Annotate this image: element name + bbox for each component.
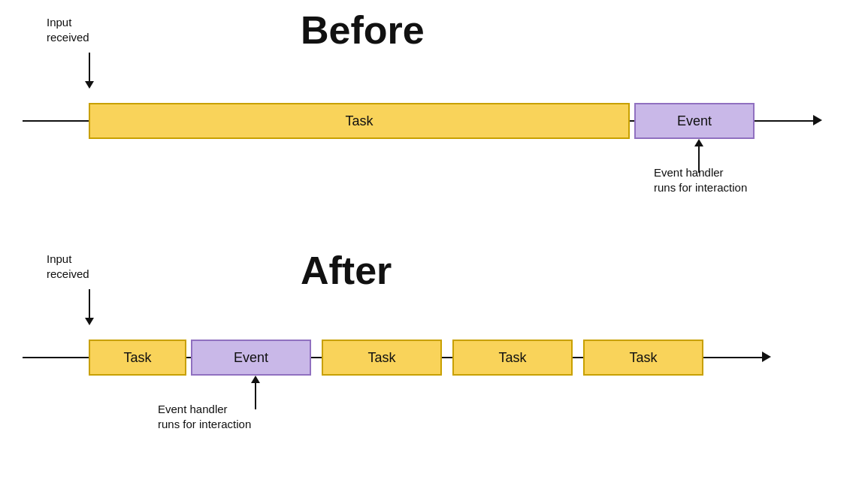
diagram-container: Before Input received Task Event Event h… bbox=[0, 0, 868, 486]
after-timeline-right bbox=[703, 357, 764, 358]
after-input-label: Input received bbox=[47, 252, 89, 281]
after-event-box: Event bbox=[191, 340, 311, 376]
before-input-label: Input received bbox=[47, 15, 89, 44]
before-event-box: Event bbox=[634, 103, 755, 139]
after-timeline-left bbox=[23, 357, 89, 358]
after-event-handler-label: Event handler runs for interaction bbox=[158, 402, 251, 431]
after-input-arrow bbox=[85, 289, 94, 325]
after-task3-box: Task bbox=[452, 340, 573, 376]
after-arrow-right bbox=[762, 352, 771, 362]
after-title: After bbox=[301, 248, 392, 293]
before-timeline-right bbox=[755, 120, 815, 122]
after-connector-4 bbox=[573, 357, 583, 358]
before-timeline-left bbox=[23, 120, 89, 122]
before-event-handler-label: Event handler runs for interaction bbox=[654, 165, 747, 195]
after-connector-3 bbox=[442, 357, 452, 358]
before-title: Before bbox=[301, 8, 425, 53]
after-event-arrow bbox=[251, 376, 260, 409]
after-task4-box: Task bbox=[583, 340, 703, 376]
after-task2-box: Task bbox=[322, 340, 442, 376]
before-arrow-right bbox=[813, 115, 822, 125]
after-connector-2 bbox=[311, 357, 322, 358]
before-task-box: Task bbox=[89, 103, 630, 139]
before-input-arrow bbox=[85, 53, 94, 89]
after-task1-box: Task bbox=[89, 340, 186, 376]
